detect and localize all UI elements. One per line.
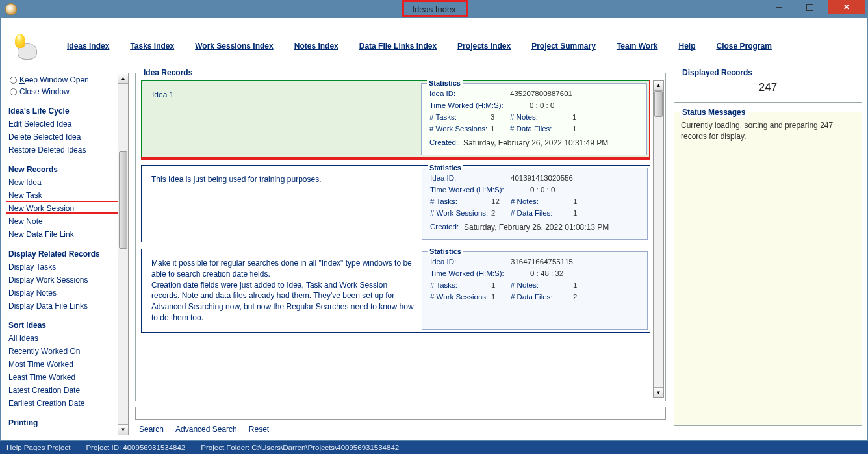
menu-data-file-links-index[interactable]: Data File Links Index — [359, 42, 437, 51]
scroll-down-icon[interactable]: ▼ — [118, 424, 128, 435]
statistics-legend: Statistics — [427, 80, 463, 87]
idea-records-legend: Idea Records — [141, 68, 195, 77]
radio-close-window[interactable]: Close Window — [10, 87, 114, 96]
radio-keep-window-open[interactable]: Keep Window Open — [10, 75, 114, 84]
label-data-files: # Data Files: — [510, 125, 568, 132]
value-data-files: 2 — [573, 293, 577, 301]
radio-icon — [10, 77, 17, 84]
sidebar-new-data-file-link[interactable]: New Data File Link — [8, 230, 114, 239]
label-time-worked: Time Worked (H:M:S): — [429, 101, 510, 109]
value-work-sessions: 1 — [491, 125, 510, 132]
sidebar-display-tasks[interactable]: Display Tasks — [8, 262, 114, 271]
label-created: Created: — [429, 138, 463, 147]
value-tasks: 1 — [491, 281, 511, 289]
menubar: Ideas Indexdocument.currentScript.previo… — [6, 22, 862, 73]
minimize-button[interactable] — [765, 0, 791, 14]
value-tasks: 3 — [491, 113, 510, 121]
sidebar-edit-selected-idea[interactable]: Edit Selected Idea — [8, 120, 114, 129]
sidebar-new-idea[interactable]: New Idea — [8, 178, 114, 187]
displayed-records-legend: Displayed Records — [680, 68, 755, 77]
label-created: Created: — [430, 223, 464, 232]
status-messages-panel: Status Messages Currently loading, sorti… — [674, 112, 862, 426]
value-data-files: 1 — [572, 125, 576, 132]
sidebar-sort-earliest-date[interactable]: Earliest Creation Date — [8, 399, 114, 408]
menu-help[interactable]: Help — [679, 42, 696, 51]
sidebar: Keep Window Open Close Window Idea's Lif… — [6, 73, 118, 435]
value-time-worked: 0 : 0 : 0 — [511, 186, 639, 194]
value-created: Saturday, February 26, 2022 10:31:49 PM — [463, 138, 639, 147]
label-work-sessions: # Work Sessions: — [430, 209, 489, 217]
advanced-search-link[interactable]: Advanced Search — [175, 425, 237, 434]
scroll-up-icon[interactable]: ▲ — [654, 81, 663, 91]
label-data-files: # Data Files: — [511, 293, 569, 301]
menu-notes-index[interactable]: Notes Index — [294, 42, 338, 51]
sidebar-delete-selected-idea[interactable]: Delete Selected Idea — [8, 132, 114, 142]
search-input[interactable] — [135, 407, 666, 420]
value-time-worked: 0 : 0 : 0 — [510, 101, 639, 109]
value-tasks: 12 — [491, 197, 511, 205]
records-scrollbar[interactable]: ▲ ▼ — [653, 80, 664, 398]
sidebar-heading-display-related: Display Related Records — [8, 249, 114, 259]
scroll-down-icon[interactable]: ▼ — [654, 387, 663, 397]
idea-record-selected[interactable]: Idea 1 Statistics Idea ID:43520780088760… — [141, 80, 650, 158]
idea-records-panel: Idea Records Idea 1 Statistics Idea ID:4… — [135, 73, 666, 401]
sidebar-heading-life-cycle: Idea's Life Cycle — [8, 107, 114, 116]
value-idea-id: 316471664755115 — [511, 258, 639, 266]
value-created: Saturday, February 26, 2022 01:08:13 PM — [464, 223, 639, 232]
menu-close-program[interactable]: Close Program — [717, 42, 772, 51]
statistics-panel: Statistics Idea ID:316471664755115 Time … — [422, 251, 648, 330]
sidebar-sort-least-time[interactable]: Least Time Worked — [8, 373, 114, 382]
sidebar-heading-new-records: New Records — [8, 165, 114, 174]
reset-link[interactable]: Reset — [249, 425, 269, 434]
statusbar-help-pages[interactable]: Help Pages Project — [6, 444, 70, 451]
idea-title: Idea 1 — [144, 83, 421, 155]
sidebar-display-data-file-links[interactable]: Display Data File Links — [8, 301, 114, 310]
search-link[interactable]: Search — [139, 425, 164, 434]
menu-work-sessions-index[interactable]: Work Sessions Index — [195, 42, 274, 51]
sidebar-new-task[interactable]: New Task — [8, 191, 114, 200]
menu-team-work[interactable]: Team Work — [617, 42, 658, 51]
label-work-sessions: # Work Sessions: — [429, 125, 488, 132]
value-work-sessions: 2 — [491, 209, 511, 217]
menu-ideas-index[interactable]: Ideas Indexdocument.currentScript.previo… — [67, 42, 109, 51]
label-time-worked: Time Worked (H:M:S): — [430, 270, 511, 277]
label-data-files: # Data Files: — [511, 209, 569, 217]
idea-record[interactable]: Make it possible for regular searches do… — [141, 249, 650, 333]
idea-record[interactable]: This Idea is just being used for trainin… — [141, 165, 650, 242]
label-time-worked: Time Worked (H:M:S): — [430, 186, 511, 194]
label-notes: # Notes: — [510, 113, 568, 121]
sidebar-restore-deleted-ideas[interactable]: Restore Deleted Ideas — [8, 145, 114, 155]
label-tasks: # Tasks: — [430, 197, 489, 205]
sidebar-heading-printing: Printing — [8, 418, 114, 427]
scroll-thumb[interactable] — [119, 151, 127, 249]
displayed-records-panel: Displayed Records 247 — [674, 73, 862, 103]
sidebar-scrollbar[interactable]: ▲ ▼ — [118, 73, 129, 435]
statistics-panel: Statistics Idea ID:401391413020556 Time … — [422, 168, 648, 240]
maximize-button[interactable] — [797, 0, 823, 14]
menu-projects-index[interactable]: Projects Index — [457, 42, 511, 51]
value-work-sessions: 1 — [491, 293, 511, 301]
menu-tasks-index[interactable]: Tasks Index — [130, 42, 174, 51]
value-time-worked: 0 : 48 : 32 — [511, 270, 639, 277]
sidebar-sort-all-ideas[interactable]: All Ideas — [8, 334, 114, 343]
label-notes: # Notes: — [511, 197, 569, 205]
value-data-files: 1 — [573, 209, 577, 217]
sidebar-heading-sort-ideas: Sort Ideas — [8, 321, 114, 330]
label-idea-id: Idea ID: — [430, 258, 511, 266]
sidebar-new-work-session[interactable]: New Work Session — [8, 204, 114, 213]
statusbar-project-id: Project ID: 400956931534842 — [86, 444, 185, 451]
displayed-records-value: 247 — [681, 81, 855, 94]
sidebar-sort-most-time[interactable]: Most Time Worked — [8, 360, 114, 369]
sidebar-new-note[interactable]: New Note — [8, 217, 114, 226]
statistics-panel: Statistics Idea ID:435207800887601 Time … — [421, 83, 647, 155]
sidebar-sort-latest-date[interactable]: Latest Creation Date — [8, 386, 114, 395]
scroll-up-icon[interactable]: ▲ — [118, 73, 128, 84]
label-idea-id: Idea ID: — [429, 90, 510, 97]
scroll-thumb[interactable] — [654, 91, 663, 117]
titlebar: Ideas Index — [0, 0, 868, 18]
sidebar-sort-recently-worked[interactable]: Recently Worked On — [8, 347, 114, 356]
sidebar-display-notes[interactable]: Display Notes — [8, 288, 114, 297]
close-button[interactable] — [828, 0, 865, 14]
menu-project-summary[interactable]: Project Summary — [531, 42, 596, 51]
sidebar-display-work-sessions[interactable]: Display Work Sessions — [8, 275, 114, 284]
